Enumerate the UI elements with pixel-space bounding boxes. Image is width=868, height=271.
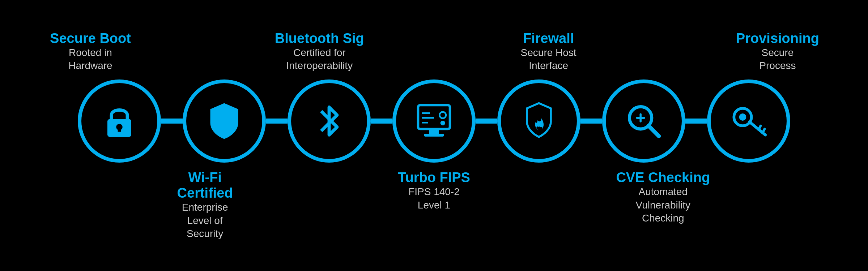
node-cve-checking — [602, 79, 685, 163]
search-icon — [624, 101, 664, 141]
wifi-certified-subtitle: Enterprise Level of Security — [154, 201, 256, 240]
connector-2 — [266, 119, 288, 124]
connector-5 — [580, 119, 602, 124]
bottom-label-fips: Turbo FIPS FIPS 140-2 Level 1 — [383, 170, 485, 212]
node-firewall — [497, 79, 580, 163]
bottom-labels-row: Wi-Fi Certified Enterprise Level of Secu… — [18, 170, 850, 240]
lock-icon — [99, 101, 139, 141]
top-label-provisioning: Provisioning Secure Process — [727, 31, 828, 73]
connector-3 — [371, 119, 392, 124]
cve-checking-title: CVE Checking — [612, 170, 714, 185]
bluetooth-icon — [309, 101, 349, 141]
node-provisioning — [707, 79, 790, 163]
node-wifi-certified — [183, 79, 266, 163]
provisioning-title: Provisioning — [727, 31, 828, 46]
svg-rect-2 — [118, 127, 121, 132]
key-icon — [729, 101, 769, 141]
svg-line-12 — [648, 126, 659, 136]
wifi-certified-title: Wi-Fi Certified — [154, 170, 256, 201]
svg-rect-5 — [424, 134, 444, 137]
svg-point-19 — [739, 113, 746, 121]
cve-checking-subtitle: Automated Vulnerability Checking — [612, 185, 714, 225]
node-turbo-fips — [392, 79, 476, 163]
secure-boot-subtitle: Rooted in Hardware — [40, 46, 141, 73]
firewall-title: Firewall — [498, 31, 599, 46]
connector-6 — [685, 119, 707, 124]
svg-point-9 — [439, 112, 446, 119]
firewall-subtitle: Secure Host Interface — [498, 46, 599, 73]
top-label-firewall: Firewall Secure Host Interface — [498, 31, 599, 73]
bottom-label-cve: CVE Checking Automated Vulnerability Che… — [612, 170, 714, 225]
node-bluetooth-sig — [288, 79, 371, 163]
secure-boot-title: Secure Boot — [40, 31, 141, 46]
top-label-bluetooth: Bluetooth Sig Certified for Interoperabi… — [269, 31, 370, 73]
connector-1 — [161, 119, 183, 124]
provisioning-subtitle: Secure Process — [727, 46, 828, 73]
shield-icon — [204, 101, 244, 141]
top-label-secure-boot: Secure Boot Rooted in Hardware — [40, 31, 141, 73]
firewall-icon — [519, 101, 559, 141]
top-labels-row: Secure Boot Rooted in Hardware Bluetooth… — [18, 31, 850, 73]
node-secure-boot — [78, 79, 161, 163]
bluetooth-title: Bluetooth Sig — [269, 31, 370, 46]
connector-4 — [476, 119, 497, 124]
bluetooth-subtitle: Certified for Interoperability — [269, 46, 370, 73]
main-container: Secure Boot Rooted in Hardware Bluetooth… — [18, 9, 850, 262]
circuit-icon — [414, 101, 454, 141]
chain-row — [18, 79, 850, 163]
svg-point-10 — [441, 121, 445, 125]
bottom-label-wifi: Wi-Fi Certified Enterprise Level of Secu… — [154, 170, 256, 240]
turbo-fips-subtitle: FIPS 140-2 Level 1 — [383, 185, 485, 212]
turbo-fips-title: Turbo FIPS — [383, 170, 485, 185]
